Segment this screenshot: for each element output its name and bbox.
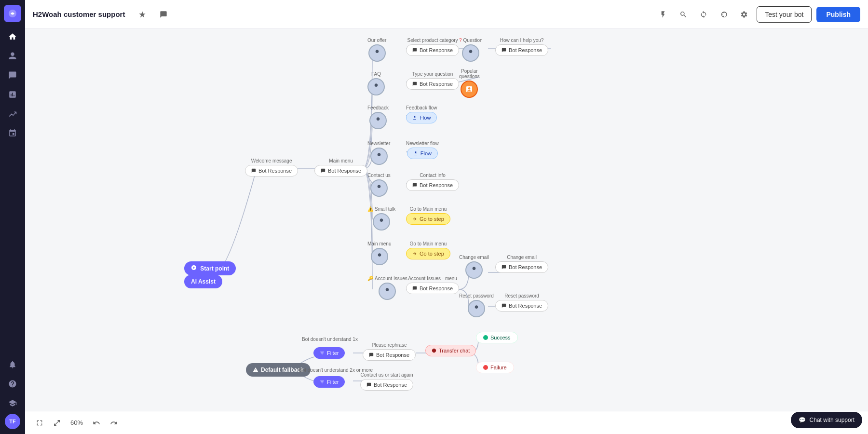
select-product-node[interactable]: Select product category Bot Response bbox=[406, 38, 459, 56]
main-menu-node[interactable]: Main menu Bot Response bbox=[314, 158, 367, 176]
sidebar-item-analytics[interactable] bbox=[4, 105, 21, 122]
our-offer-node[interactable]: Our offer bbox=[367, 38, 386, 62]
contact-restart-node[interactable]: Contact us or start again Bot Response bbox=[360, 372, 413, 391]
contact-us-circle[interactable] bbox=[370, 179, 388, 197]
svg-point-1 bbox=[432, 349, 436, 353]
reset-password-response-node[interactable]: Reset password Bot Response bbox=[495, 293, 548, 312]
reset-password-node[interactable]: Reset password bbox=[459, 293, 494, 317]
newsletter-flow-pill[interactable]: Flow bbox=[407, 148, 438, 159]
contact-info-pill[interactable]: Bot Response bbox=[406, 179, 459, 191]
filter1-node[interactable]: Filter bbox=[313, 347, 345, 359]
welcome-message-pill[interactable]: Bot Response bbox=[245, 165, 298, 176]
small-talk-node[interactable]: ⚠️ Small talk bbox=[367, 206, 395, 231]
flow-area: Start point AI Assist Welcome message Bo… bbox=[25, 29, 868, 434]
change-email-response-node[interactable]: Change email Bot Response bbox=[495, 255, 548, 273]
question-node[interactable]: ? Question bbox=[459, 38, 483, 62]
select-product-pill[interactable]: Bot Response bbox=[406, 44, 459, 56]
newsletter-flow-node[interactable]: Newsletter flow Flow bbox=[406, 141, 439, 159]
sidebar-item-academy[interactable] bbox=[4, 394, 21, 412]
contact-us-node[interactable]: Contact us bbox=[367, 173, 391, 197]
change-email-node[interactable]: Change email bbox=[459, 255, 489, 279]
ai-assist-node[interactable]: AI Assist bbox=[184, 275, 222, 288]
fit-view-icon[interactable] bbox=[33, 416, 46, 430]
feedback-node[interactable]: Feedback bbox=[367, 105, 389, 129]
feedback-flow-node[interactable]: Feedback flow Flow bbox=[406, 105, 437, 123]
avatar[interactable]: TF bbox=[5, 414, 20, 429]
popular-questions-circle[interactable] bbox=[461, 81, 478, 98]
sidebar-item-users[interactable] bbox=[4, 47, 21, 65]
account-issues-node[interactable]: 🔑 Account Issues bbox=[367, 276, 407, 300]
contact-us-label: Contact us bbox=[367, 173, 391, 178]
account-issues-label: 🔑 Account Issues bbox=[367, 276, 407, 281]
account-issues-menu-pill[interactable]: Bot Response bbox=[406, 283, 459, 294]
undo-icon[interactable] bbox=[90, 416, 103, 430]
account-issues-menu-node[interactable]: Account Issues - menu Bot Response bbox=[406, 276, 459, 294]
chat-widget[interactable]: 💬 Chat with support bbox=[791, 412, 862, 428]
redo-icon[interactable] bbox=[107, 416, 121, 430]
filter2-node[interactable]: Filter bbox=[313, 376, 345, 388]
welcome-message-node[interactable]: Welcome message Bot Response bbox=[245, 158, 298, 176]
welcome-message-label: Welcome message bbox=[251, 158, 292, 163]
our-offer-circle[interactable] bbox=[368, 44, 386, 62]
sidebar-logo[interactable] bbox=[4, 5, 21, 22]
settings-icon[interactable] bbox=[736, 7, 752, 22]
expand-icon[interactable] bbox=[50, 416, 64, 430]
type-question-pill[interactable]: Bot Response bbox=[406, 78, 459, 90]
lightning-icon[interactable] bbox=[655, 7, 671, 22]
chat-config-icon[interactable] bbox=[156, 7, 171, 22]
refresh-icon[interactable] bbox=[696, 7, 711, 22]
transfer-chat-node[interactable]: Transfer chat bbox=[425, 345, 476, 356]
feedback-label: Feedback bbox=[367, 105, 389, 110]
how-can-i-help-node[interactable]: How can I help you? Bot Response bbox=[495, 38, 548, 56]
test-bot-button[interactable]: Test your bot bbox=[757, 6, 812, 23]
please-rephrase-node[interactable]: Please rephrase Bot Response bbox=[363, 342, 416, 361]
question-circle[interactable] bbox=[462, 44, 479, 62]
reset-password-circle[interactable] bbox=[468, 300, 485, 317]
account-issues-circle[interactable] bbox=[379, 283, 396, 300]
sidebar: TF bbox=[0, 0, 25, 434]
publish-button[interactable]: Publish bbox=[816, 7, 860, 22]
popular-questions-node[interactable]: Popularquestions bbox=[459, 68, 480, 98]
change-email-circle[interactable] bbox=[465, 261, 483, 279]
go-to-step1-node[interactable]: Go to Main menu Go to step bbox=[406, 206, 450, 225]
main-menu-pill[interactable]: Bot Response bbox=[314, 165, 367, 176]
main-menu2-node[interactable]: Main menu bbox=[367, 241, 391, 265]
contact-info-node[interactable]: Contact info Bot Response bbox=[406, 173, 459, 191]
newsletter-node[interactable]: Newsletter bbox=[367, 141, 390, 165]
go-to-step2-node[interactable]: Go to Main menu Go to step bbox=[406, 241, 450, 259]
search-icon[interactable] bbox=[676, 7, 691, 22]
success-node[interactable]: Success bbox=[476, 332, 518, 343]
go-to-step2-pill[interactable]: Go to step bbox=[406, 248, 450, 259]
reset-password-response-pill[interactable]: Bot Response bbox=[495, 300, 548, 312]
sidebar-item-messages[interactable] bbox=[4, 67, 21, 84]
sidebar-item-notifications[interactable] bbox=[4, 356, 21, 373]
filter1-pill[interactable]: Filter bbox=[313, 347, 345, 359]
sidebar-item-help[interactable] bbox=[4, 375, 21, 393]
history-icon[interactable] bbox=[716, 7, 732, 22]
sidebar-item-integrations[interactable] bbox=[4, 124, 21, 142]
contact-restart-pill[interactable]: Bot Response bbox=[360, 379, 413, 391]
transfer-chat-pill[interactable]: Transfer chat bbox=[425, 345, 476, 356]
please-rephrase-pill[interactable]: Bot Response bbox=[363, 349, 416, 361]
sidebar-item-reports[interactable] bbox=[4, 86, 21, 103]
feedback-flow-pill[interactable]: Flow bbox=[406, 112, 437, 123]
type-question-label: Type your question bbox=[412, 71, 453, 77]
sidebar-item-home[interactable] bbox=[4, 28, 21, 45]
contact-restart-label: Contact us or start again bbox=[361, 372, 413, 378]
newsletter-circle[interactable] bbox=[370, 148, 388, 165]
faq-node[interactable]: FAQ bbox=[367, 71, 385, 95]
small-talk-circle[interactable] bbox=[373, 213, 390, 231]
sidebar-bottom: TF bbox=[4, 356, 21, 429]
faq-circle[interactable] bbox=[367, 78, 385, 95]
filter2-pill[interactable]: Filter bbox=[313, 376, 345, 388]
type-question-node[interactable]: Type your question Bot Response bbox=[406, 71, 459, 90]
start-point-node[interactable]: Start point bbox=[184, 261, 236, 275]
change-email-response-pill[interactable]: Bot Response bbox=[495, 261, 548, 273]
magic-icon[interactable] bbox=[135, 7, 150, 22]
main-menu2-circle[interactable] bbox=[371, 248, 388, 265]
how-can-i-help-pill[interactable]: Bot Response bbox=[495, 44, 548, 56]
go-to-step1-pill[interactable]: Go to step bbox=[406, 213, 450, 225]
feedback-circle[interactable] bbox=[369, 112, 387, 129]
failure-node[interactable]: Failure bbox=[476, 362, 514, 373]
canvas[interactable]: Start point AI Assist Welcome message Bo… bbox=[25, 29, 868, 434]
